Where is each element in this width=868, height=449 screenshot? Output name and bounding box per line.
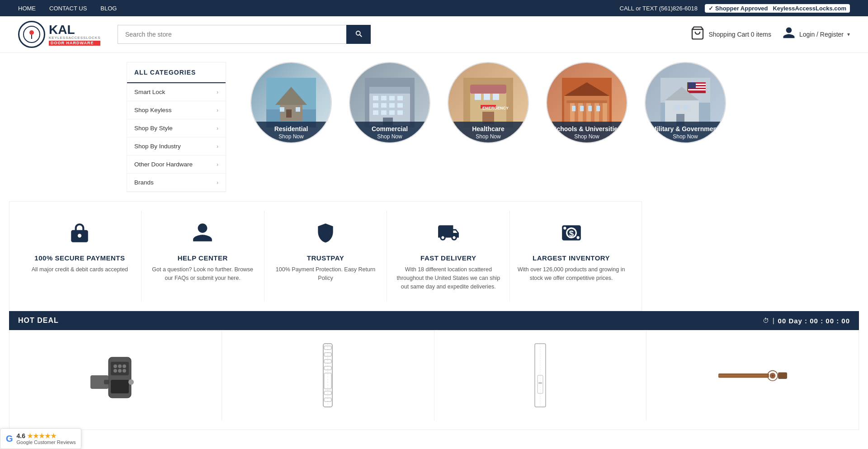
svg-rect-19 <box>381 103 387 108</box>
nav-home[interactable]: HOME <box>18 5 36 12</box>
svg-rect-42 <box>594 103 599 123</box>
login-area[interactable]: Login / Register ▾ <box>782 26 850 43</box>
svg-point-97 <box>771 375 774 377</box>
search-input[interactable] <box>118 25 346 44</box>
logo-area[interactable]: KAL KEYLESSACCESSLOCKS DOOR HARDWARE <box>18 21 108 48</box>
feature-title-trustpay: TRUSTPAY <box>307 254 344 262</box>
google-reviews-badge[interactable]: G 4.6 ★★★★★ Google Customer Reviews <box>0 428 81 430</box>
feature-largest-inventory: $ LARGEST INVENTORY With over 126,000 pr… <box>510 211 632 302</box>
category-residential[interactable]: Residential Shop Now <box>246 62 336 143</box>
sidebar-header: ALL CATEGORIES <box>127 62 226 83</box>
product-card-3[interactable] <box>434 330 647 421</box>
logo-door: DOOR HARDWARE <box>49 41 100 46</box>
category-name-residential: Residential <box>253 125 329 132</box>
nav-blog[interactable]: BLOG <box>100 5 117 12</box>
top-bar-right: CALL or TEXT (561)826-6018 ✓ Shopper App… <box>620 4 850 13</box>
top-nav: HOME CONTACT US BLOG <box>18 5 117 12</box>
feature-desc-trustpay: 100% Payment Protection. Easy Return Pol… <box>272 265 380 283</box>
category-name-healthcare: Healthcare <box>450 125 526 132</box>
product-image-3 <box>504 339 576 411</box>
product-image-1 <box>79 339 151 411</box>
logo-text: KAL KEYLESSACCESSLOCKS DOOR HARDWARE <box>49 24 100 46</box>
sidebar-item-smart-lock[interactable]: Smart Lock › <box>127 83 226 101</box>
clock-icon: ⏱ <box>763 317 769 324</box>
svg-rect-94 <box>718 375 769 377</box>
svg-rect-15 <box>381 96 387 100</box>
chevron-right-icon: › <box>217 143 218 150</box>
svg-rect-45 <box>572 106 576 111</box>
shop-now-residential: Shop Now <box>253 133 329 140</box>
product-card-4[interactable] <box>646 330 859 421</box>
nav-contact[interactable]: CONTACT US <box>49 5 87 12</box>
svg-point-67 <box>576 236 579 239</box>
chevron-right-icon: › <box>217 125 218 132</box>
feature-help-center: HELP CENTER Got a question? Look no furt… <box>142 211 264 302</box>
user-icon <box>782 26 796 43</box>
svg-rect-41 <box>586 103 591 123</box>
feature-desc-help: Got a question? Look no further. Browse … <box>149 265 257 283</box>
sidebar-item-other-door-hardware[interactable]: Other Door Hardware › <box>127 156 226 174</box>
category-commercial[interactable]: Commercial Shop Now <box>344 62 435 143</box>
product-card-1[interactable] <box>9 330 222 421</box>
product-image-2 <box>292 339 364 411</box>
category-circle-schools: Schools & Universities Shop Now <box>546 62 627 143</box>
sidebar-item-shop-by-style[interactable]: Shop By Style › <box>127 119 226 137</box>
category-name-commercial: Commercial <box>352 125 428 132</box>
svg-rect-33 <box>484 94 490 100</box>
svg-rect-40 <box>578 103 583 123</box>
svg-text:EMERGENCY: EMERGENCY <box>482 106 509 110</box>
svg-rect-60 <box>674 105 679 110</box>
category-overlay-schools: Schools & Universities Shop Now <box>547 122 627 142</box>
sidebar-item-shop-keyless[interactable]: Shop Keyless › <box>127 101 226 119</box>
category-circle-residential: Residential Shop Now <box>250 62 332 143</box>
svg-rect-10 <box>280 107 284 112</box>
lock-icon <box>68 222 91 249</box>
svg-point-66 <box>563 227 566 229</box>
sidebar: ALL CATEGORIES Smart Lock › Shop Keyless… <box>127 62 226 192</box>
feature-title-help: HELP CENTER <box>178 254 228 262</box>
svg-rect-54 <box>688 89 706 90</box>
login-chevron-icon: ▾ <box>847 31 850 38</box>
timer-separator: | <box>773 317 774 324</box>
svg-rect-29 <box>470 85 506 94</box>
sidebar-item-brands[interactable]: Brands › <box>127 174 226 192</box>
category-schools[interactable]: Schools & Universities Shop Now <box>542 62 632 143</box>
shopper-approved-badge: ✓ Shopper Approved KeylessAccessLocks.co… <box>705 4 850 13</box>
category-overlay-healthcare: Healthcare Shop Now <box>448 122 528 142</box>
category-military[interactable]: Military & Government Shop Now <box>640 62 731 143</box>
svg-point-74 <box>118 369 122 373</box>
sidebar-item-label: Shop By Industry <box>134 143 181 150</box>
shopper-approved-text: Shopper Approved KeylessAccessLocks.com <box>715 5 846 12</box>
shop-now-military: Shop Now <box>647 133 723 140</box>
dollar-icon: $ <box>560 222 583 249</box>
feature-title-delivery: FAST DELIVERY <box>420 254 476 262</box>
product-card-2[interactable] <box>222 330 434 421</box>
search-button[interactable] <box>346 25 371 44</box>
sidebar-item-label: Other Door Hardware <box>134 161 193 168</box>
chevron-right-icon: › <box>217 89 218 95</box>
sidebar-item-label: Brands <box>134 179 154 186</box>
svg-rect-8 <box>286 109 292 118</box>
sidebar-item-shop-by-industry[interactable]: Shop By Industry › <box>127 137 226 156</box>
category-overlay-military: Military & Government Shop Now <box>646 122 725 142</box>
cart-area[interactable]: Shopping Cart 0 items <box>690 26 771 43</box>
svg-rect-24 <box>389 110 395 115</box>
login-label: Login / Register <box>799 31 844 38</box>
svg-rect-20 <box>389 103 395 108</box>
header-right: Shopping Cart 0 items Login / Register ▾ <box>690 26 850 43</box>
logo-circle <box>18 21 45 48</box>
category-circle-military: Military & Government Shop Now <box>645 62 726 143</box>
category-healthcare[interactable]: EMERGENCY Healthcare Shop Now <box>443 62 533 143</box>
svg-point-75 <box>123 369 126 373</box>
svg-rect-32 <box>475 94 481 100</box>
cart-icon <box>690 26 705 43</box>
header: KAL KEYLESSACCESSLOCKS DOOR HARDWARE Sho… <box>0 16 868 53</box>
cart-label: Shopping Cart 0 items <box>708 31 771 38</box>
svg-rect-48 <box>596 106 600 111</box>
search-icon <box>354 29 363 38</box>
feature-title-secure: 100% SECURE PAYMENTS <box>34 254 125 262</box>
svg-text:$: $ <box>569 229 574 238</box>
svg-point-1 <box>29 30 34 35</box>
svg-rect-44 <box>566 100 607 103</box>
svg-rect-16 <box>389 96 395 100</box>
